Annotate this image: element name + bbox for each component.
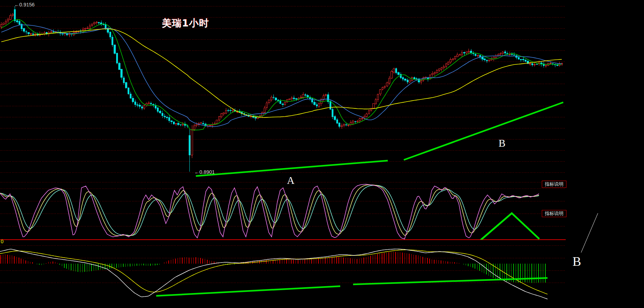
chart-canvas (0, 0, 644, 308)
annotation-b-bottom-label: B (573, 254, 581, 269)
moving-averages (1, 19, 562, 130)
annotation-line-b (581, 213, 598, 253)
low-price-label: ←0.8901 (194, 169, 215, 175)
high-price-label: ←0.9156 (14, 2, 35, 8)
macd-lines (0, 249, 548, 299)
macd-trendlines (156, 278, 548, 296)
indicator-help-button-macd[interactable]: 指标说明 (542, 210, 566, 217)
page-title: 美瑞1小时 (162, 17, 209, 30)
trading-app-window: ←0.9156 美瑞1小时 ←0.8901 A B 指标说明 指标说明 0 B (0, 0, 644, 308)
grid-lines (0, 6, 566, 283)
macd-dea-line (0, 250, 548, 294)
ma-line-MA-slow (1, 29, 562, 118)
annotation-b-main-label: B (499, 137, 505, 149)
macd-histogram (1, 252, 545, 283)
annotation-a-label: A (287, 175, 294, 186)
ma-line-MA-mid (1, 25, 562, 127)
green-caret-annotation (481, 213, 539, 240)
ma-line-MA-fast (1, 19, 562, 130)
indicator-help-button-oscillator[interactable]: 指标说明 (542, 181, 566, 188)
oscillator-lines (0, 184, 539, 240)
macd-zero-label: 0 (1, 239, 4, 244)
macd-dif-line (0, 249, 548, 299)
